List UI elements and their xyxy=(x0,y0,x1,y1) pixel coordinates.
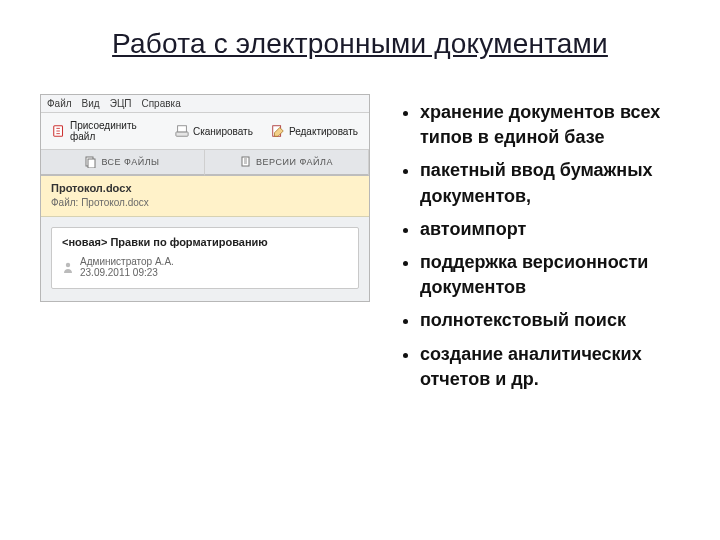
tab-versions-label: ВЕРСИИ ФАЙЛА xyxy=(256,157,333,167)
scan-button[interactable]: Сканировать xyxy=(170,117,258,145)
files-icon xyxy=(85,156,97,168)
file-subline: Файл: Протокол.docx xyxy=(51,197,359,208)
revision-date: 23.09.2011 09:23 xyxy=(80,267,174,278)
list-item: поддержка версионности документов xyxy=(420,250,680,300)
file-name: Протокол.docx xyxy=(51,182,359,194)
svg-rect-5 xyxy=(88,159,95,168)
scanner-icon xyxy=(175,124,189,138)
edit-label: Редактировать xyxy=(289,126,358,137)
svg-rect-2 xyxy=(178,126,187,132)
toolbar: Присоединить файл Сканировать Редактиров… xyxy=(41,113,369,150)
revision-meta-text: Администратор А.А. 23.09.2011 09:23 xyxy=(80,256,174,278)
attach-icon xyxy=(52,124,66,138)
edit-icon xyxy=(271,124,285,138)
list-item: автоимпорт xyxy=(420,217,680,242)
list-item: хранение документов всех типов в единой … xyxy=(420,100,680,150)
list-item: пакетный ввод бумажных документов, xyxy=(420,158,680,208)
tab-versions[interactable]: ВЕРСИИ ФАЙЛА xyxy=(205,150,369,176)
embedded-screenshot: Файл Вид ЭЦП Справка Присоединить файл xyxy=(40,94,370,400)
svg-rect-1 xyxy=(176,132,188,136)
user-icon xyxy=(62,261,74,273)
menu-item-view[interactable]: Вид xyxy=(82,98,100,109)
revision-title: <новая> Правки по форматированию xyxy=(62,236,348,248)
attach-file-label: Присоединить файл xyxy=(70,120,157,142)
versions-icon xyxy=(240,156,252,168)
menu-item-help[interactable]: Справка xyxy=(141,98,180,109)
bullet-list: хранение документов всех типов в единой … xyxy=(398,94,680,400)
menu-item-file[interactable]: Файл xyxy=(47,98,72,109)
list-item: создание аналитических отчетов и др. xyxy=(420,342,680,392)
tabs: ВСЕ ФАЙЛЫ ВЕРСИИ ФАЙЛА xyxy=(41,150,369,176)
menu-bar: Файл Вид ЭЦП Справка xyxy=(41,95,369,113)
app-window: Файл Вид ЭЦП Справка Присоединить файл xyxy=(40,94,370,302)
tab-all-files-label: ВСЕ ФАЙЛЫ xyxy=(101,157,159,167)
revision-author: Администратор А.А. xyxy=(80,256,174,267)
menu-item-ecp[interactable]: ЭЦП xyxy=(110,98,132,109)
revision-card: <новая> Правки по форматированию Админис… xyxy=(51,227,359,289)
page-title: Работа с электронными документами xyxy=(40,28,680,60)
attach-file-button[interactable]: Присоединить файл xyxy=(47,117,162,145)
file-label: Файл: xyxy=(51,197,78,208)
file-value: Протокол.docx xyxy=(81,197,149,208)
edit-button[interactable]: Редактировать xyxy=(266,117,363,145)
svg-point-7 xyxy=(66,263,70,267)
list-item: полнотекстовый поиск xyxy=(420,308,680,333)
scan-label: Сканировать xyxy=(193,126,253,137)
svg-rect-6 xyxy=(242,157,249,166)
tab-all-files[interactable]: ВСЕ ФАЙЛЫ xyxy=(41,150,205,176)
file-header: Протокол.docx Файл: Протокол.docx xyxy=(41,176,369,217)
